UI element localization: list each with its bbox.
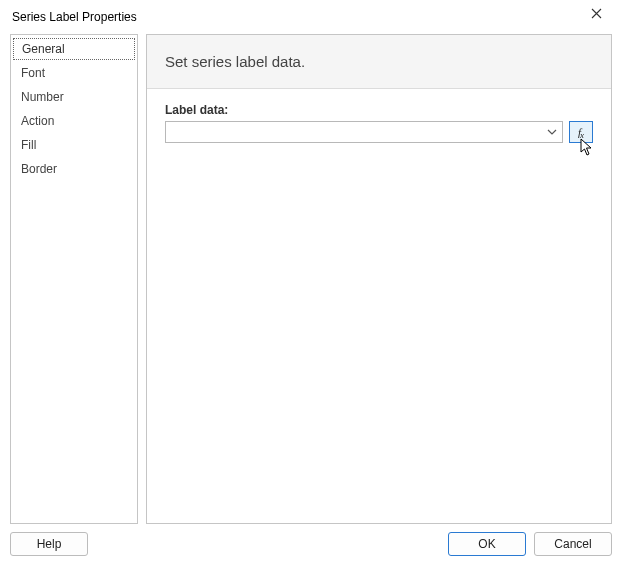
main-panel: Set series label data. Label data: fx	[146, 34, 612, 524]
window-title: Series Label Properties	[12, 10, 137, 24]
label-data-row: fx	[165, 121, 593, 143]
category-sidebar: General Font Number Action Fill Border	[10, 34, 138, 524]
panel-heading: Set series label data.	[147, 35, 611, 89]
ok-button[interactable]: OK	[448, 532, 526, 556]
chevron-down-icon	[544, 127, 560, 137]
help-button[interactable]: Help	[10, 532, 88, 556]
sidebar-item-action[interactable]: Action	[11, 109, 137, 133]
sidebar-item-fill[interactable]: Fill	[11, 133, 137, 157]
expression-button[interactable]: fx	[569, 121, 593, 143]
titlebar: Series Label Properties	[0, 0, 622, 34]
sidebar-item-label: Fill	[21, 138, 36, 152]
panel-body: Label data: fx	[147, 89, 611, 523]
label-data-dropdown[interactable]	[165, 121, 563, 143]
sidebar-item-number[interactable]: Number	[11, 85, 137, 109]
sidebar-item-border[interactable]: Border	[11, 157, 137, 181]
sidebar-item-label: General	[22, 42, 65, 56]
sidebar-item-font[interactable]: Font	[11, 61, 137, 85]
dialog-body: General Font Number Action Fill Border S…	[0, 34, 622, 524]
cancel-button[interactable]: Cancel	[534, 532, 612, 556]
close-button[interactable]	[576, 1, 616, 29]
dialog-footer: Help OK Cancel	[0, 524, 622, 566]
sidebar-item-label: Action	[21, 114, 54, 128]
sidebar-item-label: Font	[21, 66, 45, 80]
close-icon	[591, 8, 602, 22]
fx-icon: fx	[578, 126, 584, 138]
sidebar-item-label: Number	[21, 90, 64, 104]
cursor-icon	[580, 138, 596, 160]
sidebar-item-general[interactable]: General	[13, 38, 135, 60]
label-data-label: Label data:	[165, 103, 593, 117]
sidebar-item-label: Border	[21, 162, 57, 176]
